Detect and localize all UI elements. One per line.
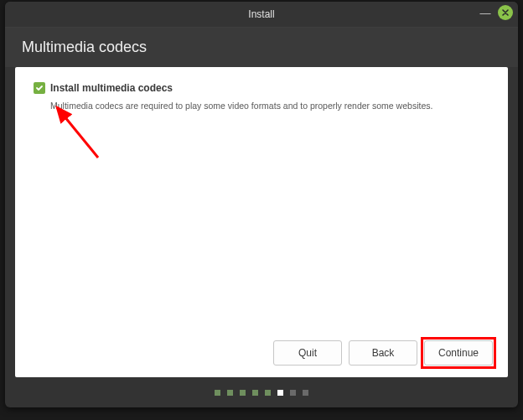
page-header: Multimedia codecs bbox=[5, 27, 518, 67]
install-codecs-checkbox-row[interactable]: Install multimedia codecs bbox=[34, 82, 489, 94]
progress-dot-current bbox=[277, 390, 283, 396]
back-button[interactable]: Back bbox=[349, 340, 417, 366]
progress-dots bbox=[5, 377, 518, 407]
progress-dot bbox=[252, 390, 258, 396]
content-panel: Install multimedia codecs Multimedia cod… bbox=[15, 67, 508, 377]
install-codecs-checkbox[interactable] bbox=[34, 82, 45, 94]
page-title: Multimedia codecs bbox=[22, 39, 147, 56]
window-controls: — bbox=[478, 5, 513, 20]
install-codecs-label: Install multimedia codecs bbox=[50, 82, 173, 94]
back-button-label: Back bbox=[372, 347, 395, 359]
progress-dot bbox=[265, 390, 271, 396]
progress-dot bbox=[240, 390, 246, 396]
continue-button-label: Continue bbox=[438, 347, 479, 359]
window-title: Install bbox=[248, 8, 274, 20]
minimize-button[interactable]: — bbox=[478, 5, 493, 20]
install-window: Install — Multimedia codecs Install mult… bbox=[5, 2, 518, 407]
quit-button[interactable]: Quit bbox=[273, 340, 342, 366]
progress-dot bbox=[290, 390, 296, 396]
close-icon bbox=[501, 8, 510, 17]
close-button[interactable] bbox=[498, 5, 513, 20]
checkmark-icon bbox=[35, 84, 44, 92]
continue-button[interactable]: Continue bbox=[424, 340, 493, 366]
codecs-description: Multimedia codecs are required to play s… bbox=[50, 101, 489, 111]
progress-dot bbox=[215, 390, 220, 396]
svg-line-0 bbox=[57, 107, 98, 158]
progress-dot bbox=[303, 390, 308, 396]
window-titlebar: Install — bbox=[5, 2, 518, 27]
minimize-icon: — bbox=[480, 7, 491, 19]
button-bar: Quit Back Continue bbox=[273, 340, 493, 366]
progress-dot bbox=[227, 390, 233, 396]
quit-button-label: Quit bbox=[298, 347, 317, 359]
